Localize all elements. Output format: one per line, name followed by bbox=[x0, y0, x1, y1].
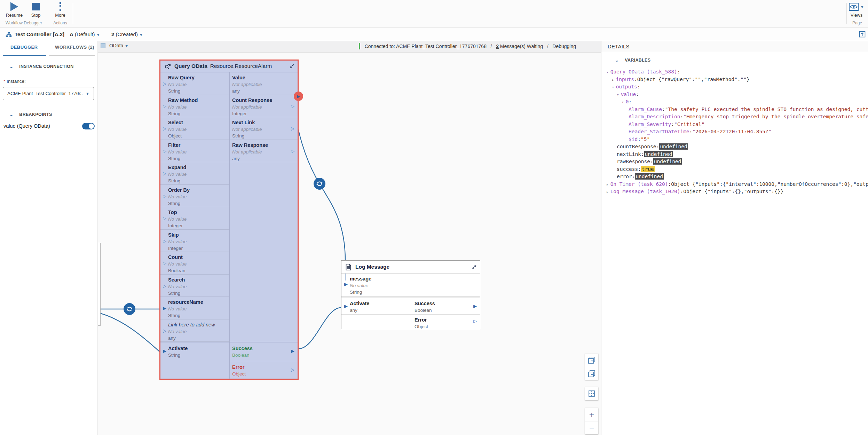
variable-line[interactable]: inputs:Object {"rawQuery":"","rawMethod"… bbox=[601, 76, 868, 84]
expand-all-button[interactable] bbox=[585, 354, 598, 367]
offscreen-node-edge[interactable] bbox=[98, 243, 101, 326]
field-row[interactable]: Value Not applicable any bbox=[230, 72, 298, 95]
field-row[interactable]: Count Response Not applicable Integer bbox=[230, 95, 298, 118]
input-port-icon[interactable] bbox=[163, 171, 166, 176]
field-row[interactable]: Top No value Integer bbox=[160, 207, 229, 230]
field-row[interactable]: Next Link Not applicable String bbox=[230, 117, 298, 140]
field-row[interactable]: Search No value String bbox=[160, 275, 229, 297]
query-odata-node[interactable]: Query ODataResource.ResourceAlarm Raw Qu… bbox=[159, 60, 299, 380]
input-port-icon[interactable] bbox=[163, 261, 166, 266]
output-port-icon[interactable] bbox=[473, 319, 477, 323]
canvas-tab-strip: OData ▼ Connected to: ACME Plant_Test Co… bbox=[98, 41, 601, 53]
clear-icon[interactable]: ✕ bbox=[77, 87, 81, 100]
variable-segment: : bbox=[680, 114, 683, 119]
variable-line[interactable]: Alarm_Severity:"Critical" bbox=[601, 121, 868, 128]
field-row[interactable]: Raw Response Not applicable any bbox=[230, 140, 298, 163]
field-value: No value bbox=[168, 328, 228, 335]
section-instance-connection[interactable]: ⌄ INSTANCE CONNECTION bbox=[10, 64, 73, 69]
error-output[interactable]: Error Object bbox=[411, 315, 480, 329]
variable-line[interactable]: value: bbox=[601, 91, 868, 98]
node-header[interactable]: Query ODataResource.ResourceAlarm bbox=[160, 61, 298, 72]
section-variables[interactable]: ⌄ VARIABLES bbox=[615, 58, 650, 63]
error-output[interactable]: Error Object bbox=[229, 361, 298, 379]
more-button[interactable]: More bbox=[49, 1, 71, 19]
input-port-icon[interactable] bbox=[163, 306, 166, 310]
instance-select[interactable]: ACME Plant_Test Controller_1776... ✕ ▼ bbox=[3, 87, 94, 100]
field-row[interactable]: Raw Method No value String bbox=[160, 95, 229, 118]
input-port-icon[interactable] bbox=[163, 104, 166, 109]
success-output[interactable]: Success Boolean bbox=[229, 342, 298, 361]
activate-input[interactable]: Activate any bbox=[341, 298, 411, 314]
fit-to-screen-button[interactable] bbox=[585, 387, 598, 400]
input-port-icon[interactable] bbox=[163, 81, 166, 86]
version-selector[interactable]: A (Default) ▼ bbox=[70, 31, 100, 37]
field-row[interactable]: Order By No value String bbox=[160, 185, 229, 207]
output-port-icon[interactable] bbox=[291, 126, 294, 131]
input-port-icon[interactable] bbox=[344, 282, 348, 286]
tab-workflows[interactable]: WORKFLOWS (2) bbox=[55, 45, 94, 55]
tab-debugger[interactable]: DEBUGGER bbox=[10, 45, 38, 55]
variable-line[interactable]: $id:"5" bbox=[601, 136, 868, 143]
workflow-title[interactable]: Test Controller [A.2] bbox=[15, 31, 64, 37]
input-port-icon[interactable] bbox=[163, 349, 166, 353]
variable-line[interactable]: Header_StartDateTime:"2026-04-22T20:11:0… bbox=[601, 128, 868, 136]
node-header[interactable]: Log Message bbox=[341, 261, 480, 274]
sync-icon[interactable] bbox=[314, 178, 325, 190]
breakpoint-toggle[interactable] bbox=[82, 123, 95, 129]
input-port-icon[interactable] bbox=[344, 304, 348, 308]
message-input[interactable]: message No value String bbox=[341, 274, 411, 296]
field-row[interactable]: Count No value Boolean bbox=[160, 252, 229, 275]
variable-line[interactable]: Alarm_Cause:"The safety PLC executed the… bbox=[601, 106, 868, 113]
workflow-canvas[interactable]: OData ▼ Connected to: ACME Plant_Test Co… bbox=[98, 41, 601, 435]
sync-icon[interactable] bbox=[124, 303, 135, 315]
activate-input[interactable]: Activate String bbox=[160, 342, 229, 361]
variable-line[interactable]: error:undefined bbox=[601, 173, 868, 181]
output-port-icon[interactable] bbox=[291, 367, 294, 372]
empty-cell bbox=[341, 315, 411, 329]
node-title: Query OData bbox=[174, 63, 207, 69]
input-port-icon[interactable] bbox=[163, 216, 166, 221]
variable-line[interactable]: On Timer (task_620):Object {"inputs":{"i… bbox=[601, 181, 868, 188]
input-port-icon[interactable] bbox=[163, 194, 166, 198]
field-row[interactable]: Filter No value String bbox=[160, 140, 229, 163]
variable-line[interactable]: Query OData (task_588): bbox=[601, 68, 868, 76]
field-row[interactable]: Raw Query No value String bbox=[160, 72, 229, 95]
log-message-node[interactable]: Log Message message No value String Ac bbox=[341, 260, 480, 329]
views-button[interactable]: ▼ Views bbox=[847, 1, 866, 19]
instance-selector[interactable]: 2 (Created) ▼ bbox=[111, 31, 143, 37]
output-port-icon[interactable] bbox=[291, 104, 294, 109]
collapse-node-icon[interactable] bbox=[472, 265, 476, 269]
input-port-icon[interactable] bbox=[163, 329, 166, 333]
collapse-node-icon[interactable] bbox=[290, 64, 294, 69]
input-port-icon[interactable] bbox=[163, 239, 166, 243]
zoom-in-button[interactable]: ＋ bbox=[585, 408, 598, 421]
variable-line[interactable]: countResponse:undefined bbox=[601, 143, 868, 151]
success-output[interactable]: Success Boolean bbox=[411, 298, 480, 314]
field-row[interactable]: resourceName No value String bbox=[160, 297, 229, 319]
collapse-all-button[interactable] bbox=[585, 367, 598, 380]
section-breakpoints[interactable]: ⌄ BREAKPOINTS bbox=[10, 112, 52, 117]
expand-panel-icon[interactable] bbox=[859, 31, 866, 38]
output-port-icon[interactable] bbox=[291, 349, 294, 353]
stop-button[interactable]: Stop bbox=[25, 1, 47, 19]
field-row[interactable]: Skip No value Integer bbox=[160, 230, 229, 252]
output-port-icon[interactable] bbox=[473, 304, 477, 308]
resume-button[interactable]: Resume bbox=[3, 1, 25, 19]
input-port-icon[interactable] bbox=[163, 149, 166, 153]
tab-odata[interactable]: OData ▼ bbox=[101, 43, 128, 51]
variable-line[interactable]: nextLink:undefined bbox=[601, 151, 868, 158]
field-row[interactable]: Select No value Object bbox=[160, 117, 229, 140]
field-row[interactable]: Expand No value String bbox=[160, 162, 229, 185]
input-port-icon[interactable] bbox=[163, 284, 166, 288]
variable-line[interactable]: success:true bbox=[601, 166, 868, 173]
input-port-icon[interactable] bbox=[163, 126, 166, 131]
field-row[interactable]: Link here to add new No value any bbox=[160, 319, 229, 342]
zoom-out-button[interactable]: − bbox=[585, 421, 598, 434]
variable-line[interactable]: 0: bbox=[601, 98, 868, 106]
variable-line[interactable]: Alarm_Description:"Emergency stop trigge… bbox=[601, 113, 868, 121]
messages-waiting-link[interactable]: 2 bbox=[496, 44, 499, 49]
variable-line[interactable]: Log Message (task_1020):Object {"inputs"… bbox=[601, 188, 868, 196]
output-port-icon[interactable] bbox=[291, 149, 294, 153]
variable-line[interactable]: rawResponse:undefined bbox=[601, 158, 868, 166]
variable-line[interactable]: outputs: bbox=[601, 83, 868, 91]
